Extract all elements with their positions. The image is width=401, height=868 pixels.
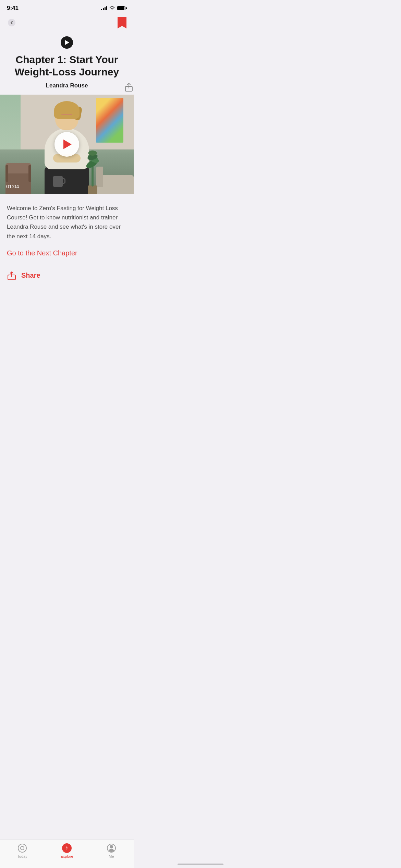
back-arrow-icon [8,19,15,26]
battery-icon [117,6,127,10]
bookmark-icon [118,17,126,28]
share-upload-icon [124,82,134,92]
status-icons [101,6,127,10]
description-text: Welcome to Zero's Fasting for Weight Los… [7,204,127,241]
share-icon [7,271,16,280]
status-time: 9:41 [7,5,19,12]
window [0,95,21,149]
sofa-decoration [96,167,134,194]
play-triangle-icon [65,40,69,45]
signal-icon [101,6,107,10]
wifi-icon [109,6,115,10]
video-play-button[interactable] [54,132,79,157]
artwork [96,98,123,143]
video-timestamp: 01:04 [6,183,19,189]
chair-decoration [5,163,31,194]
share-header-button[interactable] [124,82,134,95]
bookmark-button[interactable] [116,16,128,29]
chapter-play-button[interactable] [61,36,73,49]
next-chapter-link[interactable]: Go to the Next Chapter [7,249,127,257]
description-section: Welcome to Zero's Fasting for Weight Los… [0,194,134,291]
mug-decoration [53,176,63,187]
nav-bar [0,14,134,32]
chapter-header: Chapter 1: Start Your Weight-Loss Journe… [0,32,134,95]
play-icon [63,140,72,149]
share-section[interactable]: Share [7,268,127,283]
status-bar: 9:41 [0,0,134,14]
share-label: Share [21,272,40,279]
plant-decoration [86,146,99,194]
chapter-title: Chapter 1: Start Your Weight-Loss Journe… [7,53,127,78]
back-button[interactable] [5,16,18,29]
author-name: Leandra Rouse [7,82,127,89]
video-thumbnail: 01:04 [0,95,134,194]
